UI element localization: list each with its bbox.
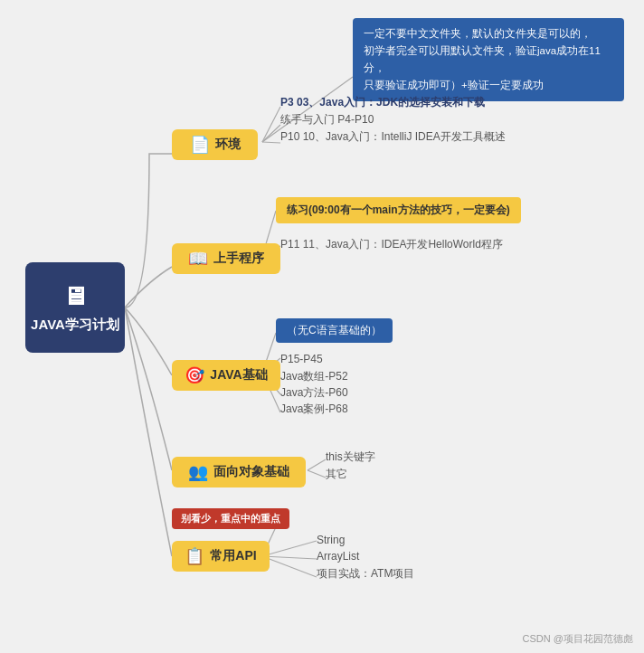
- oop-other-text: 其它: [326, 467, 347, 482]
- central-icon: 🖥: [62, 281, 88, 311]
- svg-line-3: [262, 142, 280, 143]
- env-p10-text: P10 10、Java入门：IntelliJ IDEA开发工具概述: [280, 129, 506, 145]
- basic-arr-text: Java数组-P52: [280, 369, 348, 384]
- mindmap-container: 🖥 JAVA学习计划 📄 环境 📖 上手程序 🎯 JAVA基础 👥 面向对象基础…: [0, 0, 644, 653]
- branch-oop: 👥 面向对象基础: [172, 457, 306, 487]
- oop-label: 面向对象基础: [213, 464, 289, 480]
- watermark-text: CSDN @项目花园范德彪: [523, 633, 633, 644]
- svg-line-15: [262, 556, 317, 559]
- api-project-label: 项目实战：ATM项目: [317, 567, 414, 580]
- java-basic-icon: 🎯: [185, 365, 204, 385]
- basic-noc-text: （无C语言基础的）: [287, 324, 382, 336]
- starter-icon: 📖: [188, 249, 208, 269]
- basic-noc-box: （无C语言基础的）: [276, 318, 393, 343]
- svg-line-11: [308, 459, 326, 470]
- env-icon: 📄: [190, 135, 210, 155]
- basic-case-label: Java案例-P68: [280, 402, 348, 415]
- basic-p15-label: P15-P45: [280, 353, 323, 365]
- branch-env: 📄 环境: [172, 129, 258, 160]
- oop-icon: 👥: [188, 462, 208, 482]
- basic-p15-text: P15-P45: [280, 353, 323, 365]
- basic-arr-label: Java数组-P52: [280, 370, 348, 383]
- starter-p11-text: P11 11、Java入门：IDEA开发HelloWorld程序: [280, 237, 503, 252]
- starter-yellow-box: 练习(09:00有一个main方法的技巧，一定要会): [276, 197, 521, 223]
- api-red-text: 别看少，重点中的重点: [181, 513, 280, 524]
- central-label: JAVA学习计划: [31, 317, 119, 334]
- svg-line-2: [262, 125, 280, 142]
- env-label: 环境: [215, 137, 241, 153]
- svg-line-14: [262, 541, 317, 556]
- api-arraylist-text: ArrayList: [317, 550, 359, 563]
- basic-case-text: Java案例-P68: [280, 402, 348, 417]
- starter-yellow-text: 练习(09:00有一个main方法的技巧，一定要会): [287, 203, 510, 216]
- api-label: 常用API: [210, 548, 256, 564]
- oop-this-text: this关键字: [326, 450, 375, 465]
- api-project-text: 项目实战：ATM项目: [317, 566, 414, 582]
- branch-api: 📋 常用API: [172, 541, 270, 572]
- java-basic-label: JAVA基础: [210, 367, 267, 383]
- env-blue-text: 一定不要中文文件夹，默认的文件夹是可以的，初学者完全可以用默认文件夹，验证jav…: [364, 28, 601, 90]
- watermark: CSDN @项目花园范德彪: [523, 632, 633, 646]
- env-p10-label: P10 10、Java入门：IntelliJ IDEA开发工具概述: [280, 130, 506, 143]
- env-p3-label: P3 03、Java入门：JDK的选择安装和下载: [280, 96, 485, 109]
- oop-other-label: 其它: [326, 468, 347, 480]
- starter-label: 上手程序: [213, 251, 264, 267]
- svg-line-16: [262, 556, 317, 577]
- env-p4-label: 练手与入门 P4-P10: [280, 113, 374, 126]
- starter-p11-label: P11 11、Java入门：IDEA开发HelloWorld程序: [280, 238, 503, 251]
- api-arraylist-label: ArrayList: [317, 550, 359, 563]
- env-blue-box: 一定不要中文文件夹，默认的文件夹是可以的，初学者完全可以用默认文件夹，验证jav…: [353, 18, 624, 101]
- api-string-text: String: [317, 534, 345, 546]
- api-icon: 📋: [185, 546, 204, 566]
- branch-java-basic: 🎯 JAVA基础: [172, 360, 280, 391]
- svg-line-1: [262, 107, 280, 142]
- basic-method-text: Java方法-P60: [280, 385, 348, 401]
- svg-line-12: [308, 470, 326, 478]
- api-red-label: 别看少，重点中的重点: [172, 508, 289, 529]
- env-p3-text: P3 03、Java入门：JDK的选择安装和下载: [280, 95, 485, 110]
- oop-this-label: this关键字: [326, 450, 375, 463]
- env-p4-text: 练手与入门 P4-P10: [280, 112, 374, 128]
- central-node: 🖥 JAVA学习计划: [25, 262, 125, 353]
- basic-method-label: Java方法-P60: [280, 386, 348, 399]
- api-string-label: String: [317, 534, 345, 546]
- branch-starter: 📖 上手程序: [172, 243, 280, 274]
